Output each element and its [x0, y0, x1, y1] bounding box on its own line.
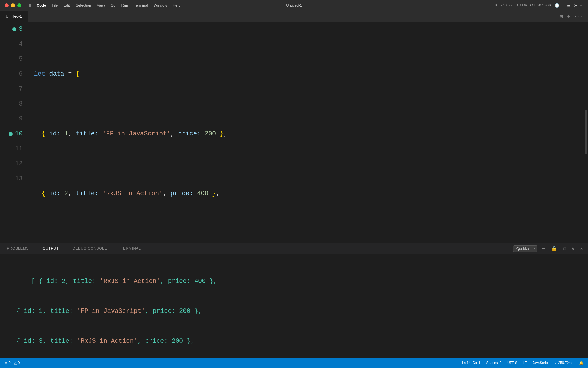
lock-icon[interactable]: 🔒 — [550, 245, 559, 253]
output-line-1: [ { id: 2, title: 'RxJS in Action', pric… — [31, 278, 217, 285]
warning-icon: △ — [14, 361, 17, 365]
wifi-icon: ≈ — [562, 3, 564, 8]
line-num-7: 7 — [9, 82, 22, 97]
circle-icon[interactable]: ● — [566, 12, 571, 20]
storage-info: U: 11.82 GB F: 20.18 GB — [516, 3, 551, 7]
panel-tabs: PROBLEMS OUTPUT DEBUG CONSOLE TERMINAL Q… — [0, 243, 588, 254]
maximize-button[interactable] — [17, 3, 21, 7]
tab-label: Untitled-1 — [6, 14, 22, 18]
output-line-3: { id: 3, title: 'RxJS in Action', price:… — [9, 338, 194, 345]
collapse-panel-icon[interactable]: ∧ — [570, 245, 576, 253]
panel-tab-debug[interactable]: DEBUG CONSOLE — [66, 243, 114, 254]
active-dot-3 — [12, 27, 16, 31]
sys-icons: 🕐 ≈ ☰ ➤ ··· — [554, 3, 583, 8]
menu-view[interactable]: View — [94, 2, 107, 9]
titlebar-left:  Code File Edit Selection View Go Run T… — [5, 2, 183, 9]
apple-menu[interactable]:  — [27, 2, 33, 9]
close-panel-icon[interactable]: ✕ — [578, 245, 585, 253]
line-num-8: 8 — [9, 97, 22, 112]
panel-output: [ { id: 2, title: 'RxJS in Action', pric… — [0, 254, 588, 358]
menu-help[interactable]: Help — [171, 2, 183, 9]
tab-untitled-1[interactable]: Untitled-1 — [0, 11, 28, 22]
line-num-9: 9 — [9, 112, 22, 126]
panel-tab-terminal[interactable]: TERMINAL — [114, 243, 148, 254]
code-line-4: { id: 1, title: 'FP in JavaScript', pric… — [34, 126, 582, 141]
menu-window[interactable]: Window — [151, 2, 169, 9]
status-position[interactable]: Ln 14, Col 1 — [462, 361, 481, 365]
panel-tab-output[interactable]: OUTPUT — [36, 243, 65, 254]
scrollbar-thumb[interactable] — [585, 110, 587, 154]
notification-icon[interactable]: 🔔 — [579, 361, 583, 365]
menu-file[interactable]: File — [49, 2, 60, 9]
window-title: Untitled-1 — [286, 3, 302, 7]
menu-terminal[interactable]: Terminal — [131, 2, 150, 9]
status-timing: ✓ 259.70ms — [554, 361, 573, 365]
line-num-6: 6 — [9, 67, 22, 82]
minimize-button[interactable] — [11, 3, 15, 7]
statusbar: ⊗ 0 △ 0 Ln 14, Col 1 Spaces: 2 UTF-8 LF … — [0, 358, 588, 368]
output-line-2: { id: 1, title: 'FP in JavaScript', pric… — [9, 308, 202, 315]
panel: PROBLEMS OUTPUT DEBUG CONSOLE TERMINAL Q… — [0, 243, 588, 358]
storage-stats: U: 11.82 GB F: 20.18 GB — [516, 3, 551, 7]
tab-icons: ⊟ ● ··· — [559, 11, 588, 22]
titlebar-right: 0 KB/s 1 KB/s U: 11.82 GB F: 20.18 GB 🕐 … — [493, 3, 583, 8]
status-spaces[interactable]: Spaces: 2 — [486, 361, 502, 365]
warning-count: 0 — [18, 361, 20, 365]
code-editor[interactable]: 3 4 5 6 7 8 9 10 11 12 13 let data = [ {… — [0, 22, 588, 243]
status-errors[interactable]: ⊗ 0 △ 0 — [5, 361, 20, 365]
panel-controls: Quokka Tasks Git ▾ ☰ 🔒 ⧉ ∧ ✕ — [513, 243, 588, 254]
controls-icon: ☰ — [567, 3, 571, 8]
clock-icon: 🕐 — [554, 3, 559, 8]
statusbar-right: Ln 14, Col 1 Spaces: 2 UTF-8 LF JavaScri… — [462, 361, 583, 365]
status-line-ending[interactable]: LF — [523, 361, 527, 365]
menu-edit[interactable]: Edit — [61, 2, 72, 9]
scrollbar-track[interactable] — [584, 22, 588, 243]
code-line-3: let data = [ — [34, 67, 582, 82]
line-num-5: 5 — [9, 52, 22, 67]
copy-icon[interactable]: ⧉ — [561, 245, 568, 252]
network-stats: 0 KB/s 1 KB/s — [493, 3, 512, 7]
error-count: 0 — [9, 361, 11, 365]
close-button[interactable] — [5, 3, 9, 7]
status-encoding[interactable]: UTF-8 — [507, 361, 517, 365]
line-num-12: 12 — [9, 156, 22, 171]
sys-info: 0 KB/s 1 KB/s — [493, 3, 512, 7]
code-line-5: { id: 2, title: 'RxJS in Action', price:… — [34, 186, 582, 201]
traffic-lights — [5, 3, 21, 7]
line-num-11: 11 — [9, 141, 22, 156]
menu-code[interactable]: Code — [34, 2, 49, 9]
quokka-dropdown[interactable]: Quokka Tasks Git — [513, 245, 537, 252]
more-icon[interactable]: ··· — [580, 3, 583, 8]
titlebar:  Code File Edit Selection View Go Run T… — [0, 0, 588, 11]
status-language[interactable]: JavaScript — [533, 361, 549, 365]
clear-output-icon[interactable]: ☰ — [540, 245, 547, 253]
quokka-select-wrapper[interactable]: Quokka Tasks Git ▾ — [513, 245, 537, 252]
split-editor-icon[interactable]: ⊟ — [559, 12, 564, 21]
more-options-icon[interactable]: ··· — [573, 12, 585, 20]
pointer-icon: ➤ — [574, 3, 577, 8]
editor-area: 3 4 5 6 7 8 9 10 11 12 13 let data = [ {… — [0, 22, 588, 358]
error-icon: ⊗ — [5, 361, 7, 365]
tabbar: Untitled-1 ⊟ ● ··· — [0, 11, 588, 22]
code-content[interactable]: let data = [ { id: 1, title: 'FP in Java… — [28, 22, 588, 243]
active-dot-10 — [9, 132, 13, 136]
menu-go[interactable]: Go — [108, 2, 118, 9]
menu-run[interactable]: Run — [119, 2, 130, 9]
panel-tab-problems[interactable]: PROBLEMS — [0, 243, 36, 254]
line-num-4: 4 — [9, 37, 22, 52]
menu-selection[interactable]: Selection — [74, 2, 93, 9]
line-num-13: 13 — [9, 171, 22, 186]
menu-bar:  Code File Edit Selection View Go Run T… — [27, 2, 183, 9]
line-numbers: 3 4 5 6 7 8 9 10 11 12 13 — [0, 22, 28, 243]
